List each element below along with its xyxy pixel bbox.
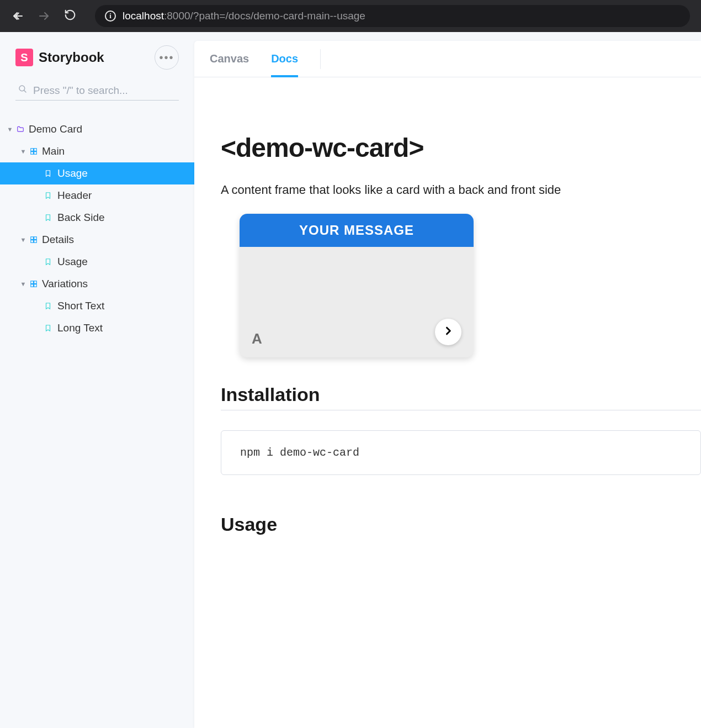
sidebar: S Storybook ••• ▼ Demo Card <box>0 32 194 728</box>
bookmark-icon <box>44 214 52 221</box>
tree-label: Details <box>42 234 74 246</box>
svg-rect-11 <box>31 240 34 243</box>
tab-canvas[interactable]: Canvas <box>210 41 249 77</box>
browser-toolbar: i localhost:8000/?path=/docs/demo-card-m… <box>0 0 701 32</box>
main-panel: Canvas Docs <demo-wc-card> A content fra… <box>194 41 701 728</box>
svg-rect-10 <box>34 237 37 240</box>
reload-button[interactable] <box>64 9 76 24</box>
search-icon <box>18 84 28 97</box>
search-box[interactable] <box>15 81 179 101</box>
tree-label: Demo Card <box>29 123 82 135</box>
tree-component-main[interactable]: ▼ Main <box>0 140 194 162</box>
component-icon <box>30 280 38 288</box>
tree-label: Usage <box>57 256 88 268</box>
url-text: localhost:8000/?path=/docs/demo-card-mai… <box>123 10 365 22</box>
tree-folder-demo-card[interactable]: ▼ Demo Card <box>0 118 194 140</box>
svg-rect-8 <box>34 152 37 155</box>
storybook-logo-text: Storybook <box>39 50 104 65</box>
svg-rect-13 <box>31 281 34 284</box>
url-bar[interactable]: i localhost:8000/?path=/docs/demo-card-m… <box>95 5 690 27</box>
tree-label: Short Text <box>57 300 104 312</box>
tree-story-usage[interactable]: Usage <box>0 162 194 184</box>
tree-label: Usage <box>57 167 88 180</box>
bookmark-icon <box>44 170 52 177</box>
tree-component-variations[interactable]: ▼ Variations <box>0 273 194 295</box>
svg-rect-15 <box>31 284 34 287</box>
demo-card-preview: YOUR MESSAGE A <box>240 214 474 357</box>
svg-rect-5 <box>31 149 34 151</box>
demo-card-letter: A <box>252 330 262 347</box>
tree-story-details-usage[interactable]: Usage <box>0 251 194 273</box>
bookmark-icon <box>44 192 52 199</box>
search-input[interactable] <box>33 85 177 97</box>
demo-card-body: A <box>240 247 474 357</box>
bookmark-icon <box>44 258 52 266</box>
tree-story-short-text[interactable]: Short Text <box>0 295 194 317</box>
tab-divider <box>320 49 321 69</box>
svg-rect-16 <box>34 284 37 287</box>
bookmark-icon <box>44 324 52 332</box>
storybook-logo[interactable]: S Storybook <box>15 49 104 66</box>
nav-tree: ▼ Demo Card ▼ Main Usage <box>0 107 194 339</box>
component-icon <box>30 236 38 244</box>
tree-story-long-text[interactable]: Long Text <box>0 317 194 339</box>
ellipsis-icon: ••• <box>159 51 174 64</box>
tree-label: Back Side <box>57 212 105 224</box>
tree-story-back-side[interactable]: Back Side <box>0 207 194 229</box>
svg-rect-7 <box>31 152 34 155</box>
back-button[interactable] <box>11 9 24 23</box>
tree-label: Main <box>42 145 65 157</box>
svg-rect-9 <box>31 237 34 240</box>
tree-story-header[interactable]: Header <box>0 184 194 207</box>
more-menu-button[interactable]: ••• <box>155 45 179 70</box>
page-description: A content frame that looks like a card w… <box>221 183 701 197</box>
section-heading-installation: Installation <box>221 384 701 410</box>
caret-down-icon: ▼ <box>20 236 26 243</box>
docs-body: <demo-wc-card> A content frame that look… <box>194 77 701 582</box>
svg-rect-12 <box>34 240 37 243</box>
section-heading-usage: Usage <box>221 514 701 540</box>
tree-label: Variations <box>42 278 88 290</box>
demo-card-header: YOUR MESSAGE <box>240 214 474 247</box>
tree-component-details[interactable]: ▼ Details <box>0 229 194 251</box>
caret-down-icon: ▼ <box>7 126 13 133</box>
tabs: Canvas Docs <box>194 41 701 77</box>
forward-button[interactable] <box>38 9 51 23</box>
install-code-block[interactable]: npm i demo-wc-card <box>221 430 701 475</box>
folder-icon <box>17 125 24 133</box>
svg-rect-6 <box>34 149 37 151</box>
page-title: <demo-wc-card> <box>221 133 701 163</box>
component-icon <box>30 147 38 155</box>
bookmark-icon <box>44 302 52 310</box>
chevron-right-icon <box>443 324 454 340</box>
info-icon: i <box>105 10 116 22</box>
svg-line-4 <box>24 90 26 92</box>
tree-label: Long Text <box>57 322 103 334</box>
tree-label: Header <box>57 189 92 202</box>
caret-down-icon: ▼ <box>20 148 26 155</box>
storybook-logo-icon: S <box>15 49 33 66</box>
caret-down-icon: ▼ <box>20 281 26 287</box>
flip-button[interactable] <box>435 319 461 345</box>
tab-docs[interactable]: Docs <box>271 41 298 77</box>
svg-rect-14 <box>34 281 37 284</box>
